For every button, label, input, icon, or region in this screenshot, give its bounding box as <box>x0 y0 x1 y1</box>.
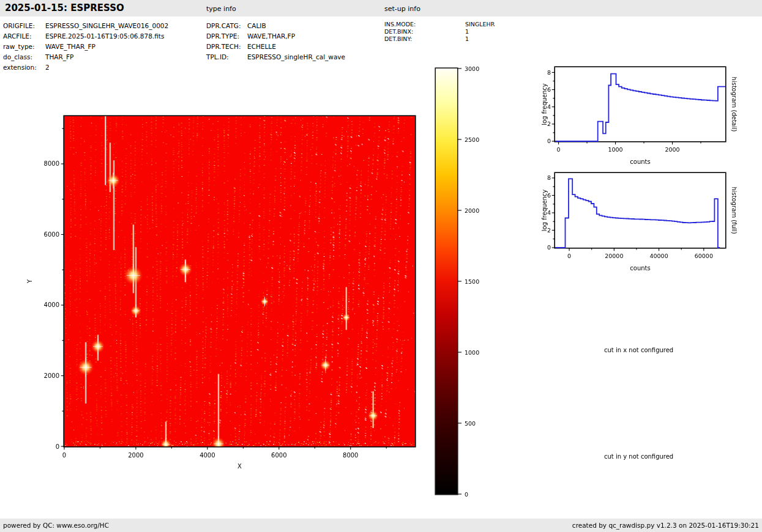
field-label: TPL.ID: <box>206 53 229 61</box>
y-tick-label: 6000 <box>44 231 59 238</box>
field-label: do_class: <box>3 53 32 61</box>
colorbar-tick-label: 3000 <box>465 65 479 72</box>
field-value: ECHELLE <box>247 43 276 50</box>
y-tick-label: 2 <box>547 227 551 234</box>
y-tick-label: 0 <box>56 443 59 450</box>
field-label: DPR.TECH: <box>206 43 241 50</box>
field-label: INS.MODE: <box>384 21 416 28</box>
y-axis-label: log frequency <box>541 190 548 232</box>
cut-in-x-message: cut in x not configured <box>604 347 673 353</box>
x-tick-label: 2000 <box>128 452 143 459</box>
x-tick-label: 4000 <box>200 452 215 459</box>
setup-info-heading: set-up info <box>384 0 420 18</box>
histogram_full-frame <box>555 172 726 248</box>
colorbar-frame <box>435 68 458 495</box>
y-axis-label: Y <box>26 279 33 284</box>
field-label: DET.BINX: <box>384 28 413 35</box>
qc-report-page: 2025-01-15: ESPRESSO type info set-up in… <box>0 0 762 532</box>
field-value: ESPRESSO_singleHR_cal_wave <box>247 53 345 61</box>
x-tick-label: 8000 <box>343 452 358 459</box>
x-tick-label: 60000 <box>695 253 713 259</box>
y-tick-label: 6 <box>547 192 551 199</box>
colorbar-tick-label: 0 <box>465 491 468 498</box>
field-value: 1 <box>465 35 469 42</box>
raw-detector-image <box>64 116 415 446</box>
x-tick-label: 6000 <box>271 452 286 459</box>
histogram_detail-curve <box>555 74 725 141</box>
x-tick-label: 20000 <box>605 253 623 259</box>
x-axis-label: counts <box>630 265 650 272</box>
footer-bar: powered by QC: www.eso.org/HC created by… <box>0 519 762 532</box>
field-value: ESPRESSO_SINGLEHR_WAVE016_0002 <box>45 22 168 29</box>
y-tick-label: 0 <box>547 138 551 144</box>
x-tick-label: 0 <box>557 146 561 153</box>
colorbar-tick-label: 2000 <box>465 207 479 214</box>
field-label: extension: <box>3 64 37 71</box>
field-label: DPR.TYPE: <box>206 32 239 40</box>
x-tick-label: 0 <box>62 452 66 459</box>
field-value: 1 <box>465 28 469 35</box>
footer-created-by: created by qc_rawdisp.py v1.2.3 on 2025-… <box>572 519 759 532</box>
field-label: DPR.CATG: <box>206 22 241 29</box>
field-label: ORIGFILE: <box>3 22 35 29</box>
x-axis-label: counts <box>630 158 650 165</box>
histogram_detail-frame <box>555 67 726 142</box>
field-value: WAVE,THAR,FP <box>247 32 295 40</box>
page-title: 2025-01-15: ESPRESSO <box>5 0 124 17</box>
x-axis-label: X <box>237 463 242 470</box>
field-value: SINGLEHR <box>465 21 495 28</box>
y-tick-label: 8 <box>547 69 551 76</box>
x-tick-label: 2000 <box>665 146 679 153</box>
y-tick-label: 6 <box>547 86 551 93</box>
y-tick-label: 4 <box>547 209 551 216</box>
colorbar-tick-label: 500 <box>465 420 476 427</box>
field-label: raw_type: <box>3 43 35 50</box>
histogram-side-label: histogram (full) <box>731 187 738 234</box>
field-label: DET.BINY: <box>384 35 412 42</box>
field-value: CALIB <box>247 22 266 29</box>
x-tick-label: 0 <box>567 253 571 259</box>
y-tick-label: 0 <box>547 244 551 251</box>
footer-powered-by: powered by QC: www.eso.org/HC <box>3 519 109 532</box>
x-tick-label: 1000 <box>608 146 622 153</box>
colorbar-tick-label: 1000 <box>465 349 479 356</box>
y-axis-label: log frequency <box>541 83 548 125</box>
type-info-heading: type info <box>206 0 236 18</box>
histogram-side-label: histogram (detail) <box>731 77 738 132</box>
y-tick-label: 2000 <box>44 372 59 379</box>
colorbar-tick-label: 1500 <box>465 278 479 285</box>
field-value: ESPRE.2025-01-16T19:05:06.878.fits <box>45 32 164 40</box>
field-value: WAVE_THAR_FP <box>45 43 95 50</box>
x-tick-label: 40000 <box>649 253 668 259</box>
histogram_full-curve <box>555 179 720 248</box>
y-tick-label: 4000 <box>44 301 59 308</box>
colorbar-tick-label: 2500 <box>465 136 479 143</box>
field-value: 2 <box>45 64 50 71</box>
field-label: ARCFILE: <box>3 32 31 40</box>
y-tick-label: 8 <box>547 174 551 181</box>
field-value: THAR_FP <box>45 53 73 61</box>
header-bar: 2025-01-15: ESPRESSO type info set-up in… <box>0 0 762 17</box>
y-tick-label: 2 <box>547 120 551 127</box>
y-tick-label: 4 <box>547 103 551 110</box>
colorbar-gradient <box>436 68 457 494</box>
y-tick-label: 8000 <box>44 160 59 167</box>
cut-in-y-message: cut in y not configured <box>604 453 673 460</box>
